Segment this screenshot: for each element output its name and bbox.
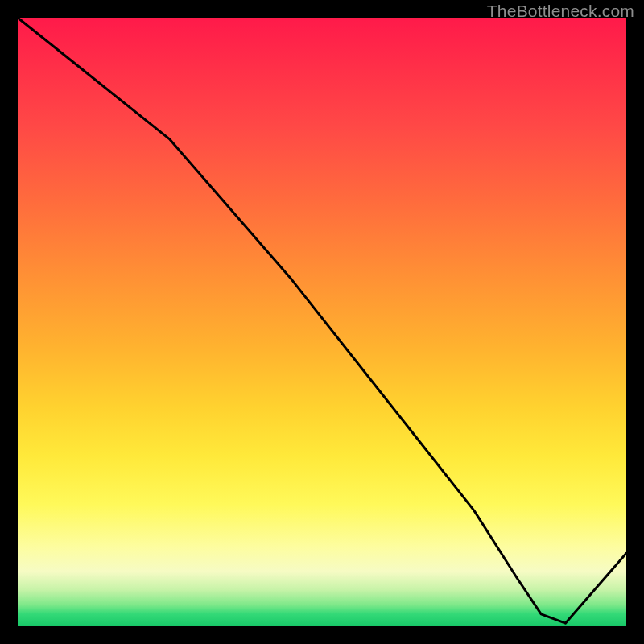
- chart-frame: TheBottleneck.com: [0, 0, 644, 644]
- chart-svg: [18, 18, 626, 626]
- series-line: [18, 18, 626, 623]
- plot-area: [18, 18, 626, 626]
